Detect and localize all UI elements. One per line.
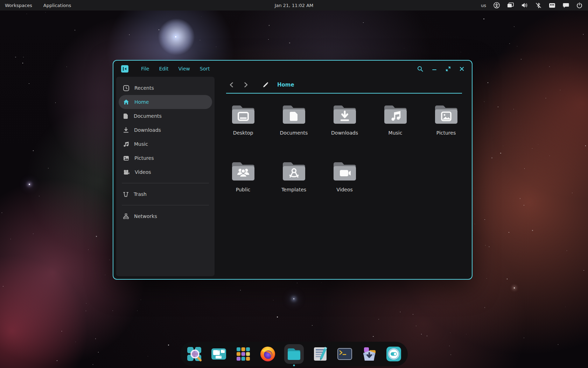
document-icon [123, 113, 128, 119]
keyboard-layout-indicator[interactable]: us [481, 3, 486, 8]
search-icon[interactable] [417, 66, 423, 72]
folder-public[interactable]: Public [218, 154, 268, 211]
folder-icon [231, 104, 256, 124]
app-menu-icon[interactable] [121, 65, 128, 73]
sidebar-label: Documents [134, 113, 162, 119]
sidebar-item-pictures[interactable]: Pictures [116, 151, 215, 165]
app-grid-icon [235, 346, 251, 362]
workspaces-menu[interactable]: Workspaces [5, 3, 32, 8]
bluetooth-disabled-icon[interactable] [536, 2, 541, 8]
running-indicator [293, 364, 295, 366]
folder-label: Templates [281, 187, 306, 192]
menu-file[interactable]: File [141, 66, 149, 71]
maximize-icon[interactable] [446, 66, 451, 71]
chat-icon[interactable] [563, 3, 569, 8]
dock-settings-toggles[interactable] [386, 346, 402, 362]
accessibility-icon[interactable] [493, 2, 500, 8]
applications-menu[interactable]: Applications [43, 3, 71, 8]
dock-firefox[interactable] [260, 346, 276, 362]
sidebar-label: Networks [134, 213, 157, 219]
pathbar: Home [226, 77, 462, 94]
folder-downloads[interactable]: Downloads [319, 97, 370, 154]
folder-icon [332, 104, 357, 124]
volume-icon[interactable] [522, 2, 528, 8]
home-icon [123, 99, 129, 105]
sidebar-label: Music [134, 141, 148, 147]
video-icon [123, 170, 130, 175]
network-tree-icon [123, 213, 129, 219]
sidebar-item-music[interactable]: Music [116, 137, 215, 151]
firefox-icon [260, 346, 276, 362]
sidebar-item-home[interactable]: Home [119, 95, 212, 109]
minimize-icon[interactable] [432, 66, 437, 71]
displays-icon[interactable] [507, 2, 514, 8]
folder-label: Public [236, 187, 250, 192]
dock-workspace-overview[interactable] [211, 346, 227, 362]
bright-star [29, 184, 30, 185]
folder-desktop[interactable]: Desktop [218, 97, 268, 154]
back-icon[interactable] [226, 82, 237, 88]
folder-label: Desktop [233, 130, 253, 136]
bright-star [175, 36, 176, 38]
folder-videos[interactable]: Videos [319, 154, 370, 211]
folder-icon [281, 104, 307, 124]
download-icon [123, 127, 129, 133]
text-editor-icon [312, 346, 328, 362]
sidebar-item-trash[interactable]: Trash [116, 187, 215, 201]
power-icon[interactable] [576, 2, 582, 8]
folder-label: Documents [280, 130, 308, 136]
bright-star [514, 287, 515, 288]
folder-documents[interactable]: Documents [268, 97, 319, 154]
clock[interactable]: Jan 21, 11:02 AM [275, 3, 314, 8]
menu-edit[interactable]: Edit [159, 66, 168, 71]
software-installer-icon [361, 346, 377, 362]
dock-text-editor[interactable] [312, 346, 328, 362]
folder-grid: Desktop Documents Downloads [218, 97, 471, 211]
folder-icon [231, 161, 256, 181]
forward-icon[interactable] [241, 82, 251, 88]
close-icon[interactable] [460, 67, 464, 71]
menu-view[interactable]: View [178, 66, 190, 71]
workspace-overview-icon [211, 346, 227, 362]
titlebar: File Edit View Sort [113, 61, 472, 77]
dock-software-installer[interactable] [361, 346, 377, 362]
dock-app-finder[interactable] [186, 346, 202, 362]
folder-music[interactable]: Music [370, 97, 421, 154]
sidebar-item-networks[interactable]: Networks [116, 209, 215, 223]
folder-icon [383, 104, 408, 124]
sidebar-label: Pictures [134, 155, 154, 161]
menu-sort[interactable]: Sort [200, 66, 210, 71]
sidebar-item-downloads[interactable]: Downloads [116, 123, 215, 137]
folder-label: Music [388, 130, 402, 136]
sidebar-item-documents[interactable]: Documents [116, 109, 215, 123]
dock [180, 342, 408, 366]
folder-pictures[interactable]: Pictures [421, 97, 471, 154]
terminal-icon [337, 346, 353, 362]
sidebar-label: Trash [134, 191, 147, 197]
folder-icon [332, 161, 357, 181]
music-icon [123, 141, 129, 147]
folder-templates[interactable]: Templates [268, 154, 319, 211]
network-port-icon[interactable] [549, 3, 555, 8]
sidebar-separator [122, 205, 209, 205]
folder-label: Downloads [331, 130, 358, 136]
sidebar-item-recents[interactable]: Recents [116, 81, 215, 95]
sidebar-item-videos[interactable]: Videos [116, 165, 215, 179]
files-icon [286, 346, 302, 362]
current-location-label[interactable]: Home [277, 82, 294, 88]
folder-label: Pictures [436, 130, 456, 136]
sidebar-label: Recents [134, 85, 154, 91]
trash-icon [123, 191, 128, 197]
edit-path-icon[interactable] [260, 82, 271, 88]
dock-files[interactable] [284, 344, 304, 364]
bright-star [293, 298, 294, 299]
dock-app-grid[interactable] [235, 346, 251, 362]
file-manager-window: File Edit View Sort Recents [113, 60, 472, 280]
folder-icon [281, 161, 307, 181]
app-finder-icon [186, 346, 202, 362]
file-view: Home Desktop Documents [217, 77, 468, 276]
folder-label: Videos [336, 187, 353, 192]
dock-terminal[interactable] [337, 346, 353, 362]
sidebar-label: Home [134, 99, 149, 105]
sidebar: Recents Home Documents Downloads Music P… [116, 77, 215, 276]
